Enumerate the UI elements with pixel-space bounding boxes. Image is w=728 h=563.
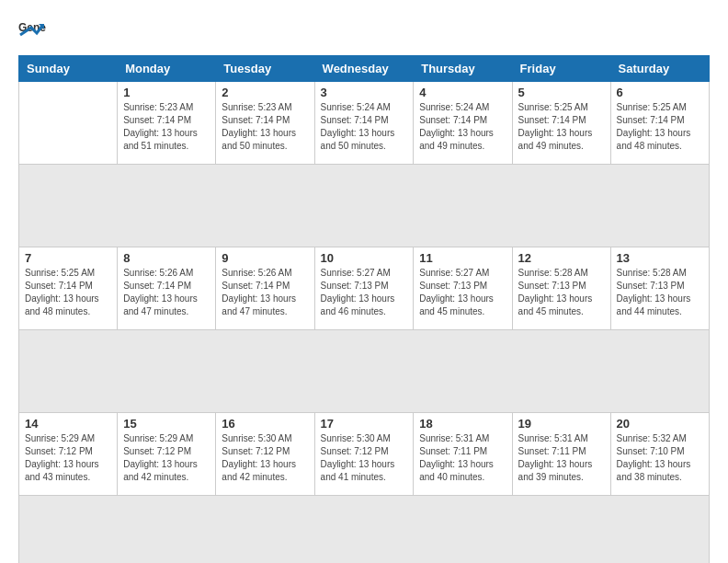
day-cell: 19Sunrise: 5:31 AMSunset: 7:11 PMDayligh… xyxy=(512,413,610,496)
day-number: 1 xyxy=(123,86,210,99)
row-divider-cell xyxy=(19,330,710,413)
day-info: Sunrise: 5:29 AMSunset: 7:12 PMDaylight:… xyxy=(123,432,210,484)
weekday-header-friday: Friday xyxy=(512,56,610,82)
day-info: Sunrise: 5:25 AMSunset: 7:14 PMDaylight:… xyxy=(518,101,605,153)
day-cell: 14Sunrise: 5:29 AMSunset: 7:12 PMDayligh… xyxy=(19,413,118,496)
calendar-table: SundayMondayTuesdayWednesdayThursdayFrid… xyxy=(18,55,710,563)
week-divider xyxy=(19,165,710,247)
day-info: Sunrise: 5:23 AMSunset: 7:14 PMDaylight:… xyxy=(123,101,210,153)
day-number: 7 xyxy=(25,251,111,265)
logo: General xyxy=(18,18,50,46)
day-info: Sunrise: 5:26 AMSunset: 7:14 PMDaylight:… xyxy=(222,267,308,318)
weekday-header-row: SundayMondayTuesdayWednesdayThursdayFrid… xyxy=(19,56,710,82)
header: General xyxy=(18,18,710,46)
week-row-2: 7Sunrise: 5:25 AMSunset: 7:14 PMDaylight… xyxy=(19,247,710,330)
day-info: Sunrise: 5:30 AMSunset: 7:12 PMDaylight:… xyxy=(321,432,408,484)
day-number: 9 xyxy=(222,251,308,265)
day-cell: 7Sunrise: 5:25 AMSunset: 7:14 PMDaylight… xyxy=(19,247,118,330)
day-number: 6 xyxy=(617,86,703,99)
day-cell xyxy=(19,82,118,165)
weekday-header-tuesday: Tuesday xyxy=(216,56,314,82)
week-divider xyxy=(19,330,710,413)
day-cell: 20Sunrise: 5:32 AMSunset: 7:10 PMDayligh… xyxy=(610,413,709,496)
day-number: 16 xyxy=(222,417,308,431)
day-number: 18 xyxy=(419,417,506,431)
week-row-3: 14Sunrise: 5:29 AMSunset: 7:12 PMDayligh… xyxy=(19,413,710,496)
day-number: 11 xyxy=(419,251,506,265)
day-cell: 13Sunrise: 5:28 AMSunset: 7:13 PMDayligh… xyxy=(610,247,709,330)
day-cell: 15Sunrise: 5:29 AMSunset: 7:12 PMDayligh… xyxy=(118,413,216,496)
day-cell: 9Sunrise: 5:26 AMSunset: 7:14 PMDaylight… xyxy=(216,247,314,330)
weekday-header-sunday: Sunday xyxy=(19,56,118,82)
week-divider xyxy=(19,496,710,564)
day-info: Sunrise: 5:27 AMSunset: 7:13 PMDaylight:… xyxy=(321,267,408,318)
day-cell: 17Sunrise: 5:30 AMSunset: 7:12 PMDayligh… xyxy=(314,413,414,496)
day-cell: 10Sunrise: 5:27 AMSunset: 7:13 PMDayligh… xyxy=(314,247,414,330)
row-divider-cell xyxy=(19,496,710,564)
weekday-header-thursday: Thursday xyxy=(414,56,512,82)
day-info: Sunrise: 5:24 AMSunset: 7:14 PMDaylight:… xyxy=(321,101,408,153)
day-info: Sunrise: 5:29 AMSunset: 7:12 PMDaylight:… xyxy=(25,432,111,484)
day-number: 2 xyxy=(222,86,308,99)
day-info: Sunrise: 5:25 AMSunset: 7:14 PMDaylight:… xyxy=(25,267,111,318)
day-info: Sunrise: 5:25 AMSunset: 7:14 PMDaylight:… xyxy=(617,101,703,153)
day-cell: 5Sunrise: 5:25 AMSunset: 7:14 PMDaylight… xyxy=(512,82,610,165)
day-number: 14 xyxy=(25,417,111,431)
day-info: Sunrise: 5:31 AMSunset: 7:11 PMDaylight:… xyxy=(518,432,605,484)
logo-icon: General xyxy=(18,18,46,46)
weekday-header-saturday: Saturday xyxy=(610,56,709,82)
day-number: 8 xyxy=(123,251,210,265)
day-info: Sunrise: 5:32 AMSunset: 7:10 PMDaylight:… xyxy=(617,432,703,484)
day-info: Sunrise: 5:23 AMSunset: 7:14 PMDaylight:… xyxy=(222,101,308,153)
day-number: 13 xyxy=(617,251,703,265)
day-number: 19 xyxy=(518,417,605,431)
day-number: 4 xyxy=(419,86,506,99)
weekday-header-monday: Monday xyxy=(118,56,216,82)
day-cell: 18Sunrise: 5:31 AMSunset: 7:11 PMDayligh… xyxy=(414,413,512,496)
day-number: 3 xyxy=(321,86,408,99)
week-row-1: 1Sunrise: 5:23 AMSunset: 7:14 PMDaylight… xyxy=(19,82,710,165)
day-cell: 16Sunrise: 5:30 AMSunset: 7:12 PMDayligh… xyxy=(216,413,314,496)
weekday-header-wednesday: Wednesday xyxy=(314,56,414,82)
day-number: 12 xyxy=(518,251,605,265)
day-cell: 12Sunrise: 5:28 AMSunset: 7:13 PMDayligh… xyxy=(512,247,610,330)
day-info: Sunrise: 5:30 AMSunset: 7:12 PMDaylight:… xyxy=(222,432,308,484)
day-number: 5 xyxy=(518,86,605,99)
day-cell: 2Sunrise: 5:23 AMSunset: 7:14 PMDaylight… xyxy=(216,82,314,165)
day-number: 10 xyxy=(321,251,408,265)
day-info: Sunrise: 5:28 AMSunset: 7:13 PMDaylight:… xyxy=(617,267,703,318)
day-cell: 8Sunrise: 5:26 AMSunset: 7:14 PMDaylight… xyxy=(118,247,216,330)
day-cell: 4Sunrise: 5:24 AMSunset: 7:14 PMDaylight… xyxy=(414,82,512,165)
day-info: Sunrise: 5:24 AMSunset: 7:14 PMDaylight:… xyxy=(419,101,506,153)
day-cell: 6Sunrise: 5:25 AMSunset: 7:14 PMDaylight… xyxy=(610,82,709,165)
day-cell: 11Sunrise: 5:27 AMSunset: 7:13 PMDayligh… xyxy=(414,247,512,330)
day-info: Sunrise: 5:27 AMSunset: 7:13 PMDaylight:… xyxy=(419,267,506,318)
day-number: 15 xyxy=(123,417,210,431)
day-cell: 1Sunrise: 5:23 AMSunset: 7:14 PMDaylight… xyxy=(118,82,216,165)
day-info: Sunrise: 5:31 AMSunset: 7:11 PMDaylight:… xyxy=(419,432,506,484)
day-info: Sunrise: 5:26 AMSunset: 7:14 PMDaylight:… xyxy=(123,267,210,318)
day-cell: 3Sunrise: 5:24 AMSunset: 7:14 PMDaylight… xyxy=(314,82,414,165)
day-number: 17 xyxy=(321,417,408,431)
day-info: Sunrise: 5:28 AMSunset: 7:13 PMDaylight:… xyxy=(518,267,605,318)
day-number: 20 xyxy=(617,417,703,431)
row-divider-cell xyxy=(19,165,710,247)
